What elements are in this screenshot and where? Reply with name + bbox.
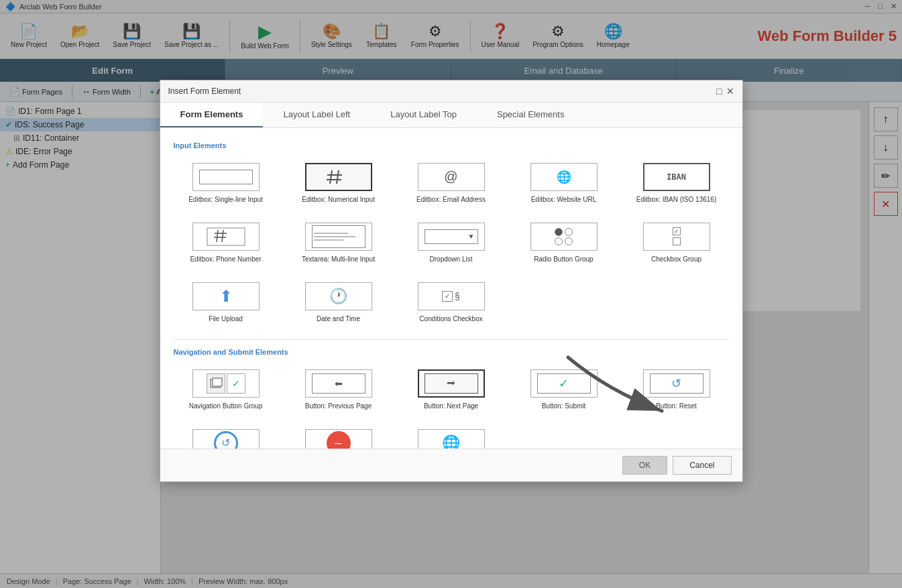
- recaptcha-icon: ↺: [192, 429, 260, 449]
- editbox-phone-icon: [192, 223, 260, 251]
- radio-empty-3: [565, 237, 573, 245]
- element-captcha[interactable]: – Captcha: [286, 424, 391, 449]
- modal-tab-bar: Form Elements Layout Label Left Layout L…: [160, 103, 742, 128]
- editbox-email-label: Editbox: Email Address: [416, 195, 486, 204]
- svg-line-6: [217, 230, 218, 242]
- editbox-single-label: Editbox: Single-line Input: [188, 195, 263, 204]
- date-time-icon: 🕐: [305, 282, 372, 310]
- element-radio[interactable]: Radio Button Group: [512, 217, 616, 269]
- radio-empty-2: [555, 237, 563, 245]
- cb-row-1: ✓: [673, 227, 681, 235]
- mini-btn-check: ✓: [227, 373, 245, 394]
- file-upload-icon: ⬆: [192, 282, 260, 310]
- modal-ok-button[interactable]: OK: [622, 456, 667, 475]
- input-elements-grid: Editbox: Single-line Input Editbox: Nume…: [174, 158, 729, 329]
- element-btn-next[interactable]: ⮕ Button: Next Page: [399, 364, 504, 416]
- insert-form-element-dialog: Insert Form Element □ ✕ Form Elements La…: [160, 80, 743, 482]
- captcha-icon: –: [305, 429, 372, 449]
- btn-previous-icon: ⬅: [305, 369, 372, 398]
- editbox-phone-label: Editbox: Phone Number: [190, 255, 261, 263]
- editbox-single-icon: [192, 163, 260, 191]
- modal-tab-special[interactable]: Special Elements: [477, 103, 584, 127]
- nav-elements-grid: ✓ Navigation Button Group ⬅ Button: Prev…: [174, 364, 729, 449]
- element-editbox-single[interactable]: Editbox: Single-line Input: [174, 158, 278, 209]
- element-nav-button-group[interactable]: ✓ Navigation Button Group: [174, 364, 278, 416]
- element-dropdown[interactable]: ▼ Dropdown List: [399, 217, 504, 269]
- element-checkbox[interactable]: ✓ Checkbox Group: [624, 217, 729, 269]
- element-editbox-email[interactable]: @ Editbox: Email Address: [399, 158, 504, 209]
- checkbox-icon: ✓: [643, 223, 710, 251]
- textarea-label: Textarea: Multi-line Input: [302, 255, 375, 263]
- mini-btn-pages: [207, 373, 225, 394]
- modal-tab-form-elements[interactable]: Form Elements: [160, 103, 264, 127]
- btn-submit-icon: ✓: [530, 369, 598, 398]
- element-btn-reset[interactable]: ↺ Button: Reset: [624, 364, 729, 416]
- modal-footer: OK Cancel: [160, 449, 742, 481]
- conditions-label: Conditions Checkbox: [419, 314, 483, 323]
- svg-line-2: [337, 170, 339, 184]
- element-editbox-numerical[interactable]: Editbox: Numerical Input: [286, 158, 391, 209]
- cb-row-2: [673, 237, 681, 245]
- element-recaptcha[interactable]: ↺ Google™ reCaptcha™: [174, 424, 278, 449]
- input-section-label: Input Elements: [174, 141, 729, 150]
- editbox-url-label: Editbox: Website URL: [531, 195, 597, 204]
- modal-tab-layout-top[interactable]: Layout Label Top: [370, 103, 477, 127]
- modal-controls: □ ✕: [716, 86, 734, 97]
- pages-icon: [209, 377, 223, 390]
- textarea-icon: [305, 223, 372, 251]
- element-editbox-phone[interactable]: Editbox: Phone Number: [174, 217, 278, 269]
- element-textarea[interactable]: Textarea: Multi-line Input: [286, 217, 391, 269]
- checkbox-visual: ✓: [673, 227, 681, 245]
- element-btn-submit[interactable]: ✓ Button: Submit: [512, 364, 616, 416]
- nav-group-icon: ✓: [192, 369, 260, 398]
- nav-section-label: Navigation and Submit Elements: [174, 348, 729, 356]
- element-conditions[interactable]: ✓ § Conditions Checkbox: [399, 277, 504, 329]
- hash-icon: [322, 167, 355, 187]
- modal-close-button[interactable]: ✕: [726, 86, 734, 97]
- radio-group-visual: [555, 228, 573, 245]
- element-redirect[interactable]: 🌐 Redirect Page (Exit Form): [399, 424, 504, 449]
- conditions-icon: ✓ §: [418, 282, 485, 310]
- editbox-email-icon: @: [418, 163, 485, 191]
- svg-rect-12: [213, 378, 222, 386]
- element-btn-previous[interactable]: ⬅ Button: Previous Page: [286, 364, 391, 416]
- redirect-icon: 🌐: [418, 429, 485, 449]
- nav-group-label: Navigation Button Group: [189, 402, 263, 410]
- editbox-numerical-icon: [305, 163, 372, 191]
- btn-reset-icon: ↺: [643, 369, 710, 398]
- phone-hash-icon: [206, 227, 246, 247]
- btn-previous-label: Button: Previous Page: [305, 402, 372, 410]
- radio-row-1: [555, 228, 573, 236]
- section-divider: [174, 339, 729, 340]
- editbox-iban-label: Editbox: IBAN (ISO 13616): [636, 195, 717, 204]
- svg-line-7: [222, 230, 223, 242]
- radio-label: Radio Button Group: [534, 255, 593, 263]
- editbox-iban-icon: IBAN: [643, 163, 710, 191]
- btn-next-label: Button: Next Page: [424, 402, 478, 410]
- svg-rect-5: [207, 228, 245, 245]
- radio-empty-1: [565, 228, 573, 236]
- dropdown-label: Dropdown List: [430, 255, 473, 263]
- radio-icon: [530, 223, 598, 251]
- date-time-label: Date and Time: [317, 314, 360, 323]
- modal-tab-layout-left[interactable]: Layout Label Left: [263, 103, 370, 127]
- dropdown-icon: ▼: [418, 223, 485, 251]
- btn-reset-label: Button: Reset: [656, 402, 697, 410]
- svg-line-1: [330, 170, 332, 184]
- btn-next-icon: ⮕: [418, 369, 485, 398]
- modal-titlebar: Insert Form Element □ ✕: [160, 80, 742, 103]
- file-upload-label: File Upload: [209, 314, 243, 323]
- cb-checked: ✓: [673, 227, 681, 235]
- element-editbox-iban[interactable]: IBAN Editbox: IBAN (ISO 13616): [624, 158, 729, 209]
- cb-unchecked: [673, 237, 681, 245]
- btn-submit-label: Button: Submit: [542, 402, 586, 410]
- nav-group-visual: ✓: [207, 373, 245, 394]
- modal-maximize-button[interactable]: □: [716, 86, 722, 97]
- modal-overlay[interactable]: Insert Form Element □ ✕ Form Elements La…: [0, 0, 902, 588]
- radio-filled: [555, 228, 563, 236]
- element-file-upload[interactable]: ⬆ File Upload: [174, 277, 278, 329]
- modal-cancel-button[interactable]: Cancel: [673, 456, 731, 475]
- radio-row-2: [555, 237, 573, 245]
- element-editbox-url[interactable]: 🌐 Editbox: Website URL: [512, 158, 616, 209]
- element-date-time[interactable]: 🕐 Date and Time: [286, 277, 391, 329]
